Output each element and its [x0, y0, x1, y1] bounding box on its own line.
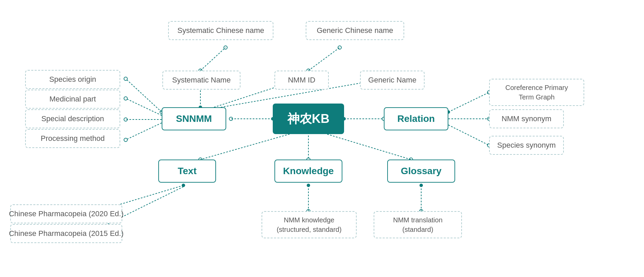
knowledge-label: Knowledge [283, 166, 334, 177]
svg-line-12 [321, 132, 411, 160]
svg-line-9 [200, 132, 296, 160]
systematic-name-label: Systematic Name [172, 76, 231, 85]
species-origin-node: Species origin [25, 70, 120, 89]
svg-point-46 [419, 184, 423, 187]
svg-point-30 [124, 77, 127, 80]
svg-point-38 [182, 184, 185, 187]
nmm-synonym-label: NMM synonym [502, 114, 552, 123]
coreference-node: Coreference Primary Term Graph [489, 79, 584, 106]
coreference-label: Coreference Primary Term Graph [505, 83, 568, 102]
glossary-node: Glossary [387, 160, 455, 183]
nmm-synonym-node: NMM synonym [489, 109, 564, 128]
nmm-translation-label: NMM translation (standard) [393, 215, 443, 234]
special-description-node: Special description [25, 109, 120, 128]
diagram: 神农KB SNNMM Text Knowledge Glossary Relat… [0, 0, 644, 277]
svg-line-18 [200, 48, 226, 71]
processing-method-node: Processing method [25, 129, 120, 148]
svg-line-35 [126, 123, 162, 140]
snnmm-label: SNNMM [176, 113, 212, 124]
generic-name-node: Generic Name [360, 71, 425, 90]
systematic-chinese-node: Systematic Chinese name [168, 21, 273, 40]
glossary-label: Glossary [401, 166, 442, 177]
pharmacopeia-2015-label: Chinese Pharmacopeia (2015 Ed.) [9, 229, 124, 238]
shennongkb-label: 神农KB [287, 111, 329, 127]
knowledge-node: Knowledge [274, 160, 342, 183]
pharmacopeia-2015-node: Chinese Pharmacopeia (2015 Ed.) [10, 224, 122, 243]
svg-line-28 [126, 79, 162, 112]
nmm-id-node: NMM ID [274, 71, 329, 90]
nmm-translation-node: NMM translation (standard) [374, 211, 462, 238]
shennongkb-node: 神农KB [273, 104, 344, 134]
svg-point-23 [338, 46, 341, 49]
species-synonym-label: Species synonym [497, 141, 556, 150]
generic-chinese-node: Generic Chinese name [306, 21, 404, 40]
generic-chinese-label: Generic Chinese name [317, 26, 393, 35]
medicinal-part-label: Medicinal part [50, 95, 96, 104]
nmm-knowledge-label: NMM knowledge (structured, standard) [276, 215, 341, 234]
pharmacopeia-2020-label: Chinese Pharmacopeia (2020 Ed.) [9, 209, 124, 218]
systematic-chinese-label: Systematic Chinese name [177, 26, 264, 35]
nmm-id-label: NMM ID [288, 76, 316, 85]
processing-method-label: Processing method [41, 134, 105, 143]
svg-point-43 [307, 184, 310, 187]
snnmm-node: SNNMM [162, 107, 226, 130]
medicinal-part-node: Medicinal part [25, 90, 120, 109]
relation-node: Relation [384, 107, 448, 130]
svg-line-53 [448, 125, 489, 145]
svg-point-34 [124, 118, 127, 121]
svg-line-21 [308, 48, 340, 71]
nmm-knowledge-node: NMM knowledge (structured, standard) [262, 211, 357, 238]
svg-line-48 [448, 92, 489, 112]
svg-line-31 [126, 98, 162, 115]
svg-point-36 [124, 138, 127, 142]
text-label: Text [178, 166, 197, 177]
svg-point-2 [229, 117, 233, 121]
svg-point-32 [124, 97, 127, 100]
species-origin-label: Species origin [49, 75, 96, 84]
relation-label: Relation [397, 113, 435, 124]
text-node: Text [158, 160, 216, 183]
special-description-label: Special description [41, 114, 104, 123]
systematic-name-node: Systematic Name [162, 71, 240, 90]
generic-name-label: Generic Name [368, 76, 416, 85]
species-synonym-node: Species synonym [489, 136, 564, 155]
pharmacopeia-2020-node: Chinese Pharmacopeia (2020 Ed.) [10, 204, 122, 223]
svg-point-20 [224, 46, 227, 49]
